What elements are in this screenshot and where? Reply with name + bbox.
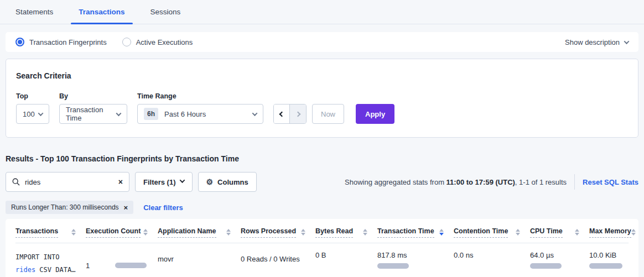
clear-filters-link[interactable]: Clear filters (143, 203, 183, 212)
sql-activity-tabbar: Statements Transactions Sessions (0, 0, 644, 24)
transaction-time-bar (377, 263, 409, 269)
sort-icon (143, 229, 148, 236)
execution-count-cell: 1 (86, 251, 158, 276)
contention-time-cell: 0.0 ns (454, 251, 530, 276)
sort-icon (516, 229, 520, 236)
transaction-details-link[interactable]: rides (15, 266, 35, 274)
radio-active-executions[interactable]: Active Executions (122, 38, 193, 46)
chevron-right-icon (295, 111, 301, 117)
application-name-cell: movr (158, 251, 241, 276)
show-description-toggle[interactable]: Show description (565, 38, 629, 46)
next-time-window-button[interactable] (290, 104, 306, 123)
aggregated-stats-text: Showing aggregated stats from 11:00 to 1… (345, 178, 567, 186)
gear-icon: ⚙ (206, 178, 214, 186)
show-description-label: Show description (565, 38, 620, 46)
time-window-nav (273, 104, 307, 124)
chevron-down-icon (38, 111, 44, 116)
transaction-time-cell: 817.8 ms (377, 251, 454, 276)
column-header-contention-time[interactable]: Contention Time (454, 227, 530, 238)
max-memory-cell: 10.0 KiB (589, 251, 630, 276)
radio-label: Transaction Fingerprints (29, 38, 107, 46)
remove-filter-icon[interactable]: × (124, 204, 128, 211)
radio-selected-icon (15, 38, 24, 46)
divider (574, 174, 575, 190)
columns-label: Columns (217, 178, 248, 186)
time-range-select[interactable]: 6h Past 6 Hours (137, 104, 263, 124)
column-header-bytes-read[interactable]: Bytes Read (315, 227, 377, 238)
search-criteria-title: Search Criteria (16, 71, 628, 80)
reset-sql-stats-link[interactable]: Reset SQL Stats (583, 178, 638, 186)
active-filters-row: Runs Longer Than: 300 milliseconds × Cle… (6, 201, 638, 214)
search-criteria-panel: Search Criteria Top 100 By Transaction T… (6, 59, 638, 138)
cpu-time-cell: 64.0 µs (530, 251, 589, 276)
time-range-value: Past 6 Hours (164, 110, 206, 118)
previous-time-window-button[interactable] (274, 104, 290, 123)
radio-unselected-icon (122, 38, 131, 46)
results-heading: Results - Top 100 Transaction Fingerprin… (6, 154, 638, 163)
apply-button[interactable]: Apply (356, 104, 394, 124)
search-icon (12, 178, 20, 186)
filters-button[interactable]: Filters (1) (135, 172, 193, 192)
tab-transactions[interactable]: Transactions (71, 8, 132, 24)
time-range-field: Time Range 6h Past 6 Hours (137, 92, 263, 124)
search-box: × (6, 172, 129, 192)
column-header-application-name[interactable]: Application Name (158, 227, 241, 238)
top-field: Top 100 (16, 92, 49, 124)
column-header-execution-count[interactable]: Execution Count (86, 227, 158, 238)
radio-label: Active Executions (136, 38, 193, 46)
search-input[interactable] (25, 178, 118, 186)
chevron-left-icon (279, 111, 284, 117)
stats-time-range: 11:00 to 17:59 (UTC) (446, 178, 515, 186)
chevron-down-icon (252, 111, 258, 116)
sort-icon (301, 229, 305, 236)
sort-icon (363, 229, 367, 236)
max-memory-bar (589, 263, 622, 269)
filter-chip-label: Runs Longer Than: 300 milliseconds (11, 203, 119, 211)
columns-button[interactable]: ⚙ Columns (198, 172, 257, 192)
table-row: IMPORT INTO rides CSV DATA… 1 movr 0 Rea… (15, 243, 629, 277)
cpu-time-bar (530, 263, 562, 269)
time-range-label: Time Range (137, 92, 263, 100)
column-header-cpu-time[interactable]: CPU Time (530, 227, 589, 238)
tab-statements[interactable]: Statements (8, 8, 61, 24)
bytes-read-cell: 0 B (315, 251, 377, 276)
filters-label: Filters (1) (143, 178, 176, 186)
sort-icon (575, 229, 579, 236)
chevron-down-icon (624, 39, 630, 44)
clear-search-icon[interactable]: × (118, 178, 123, 186)
results-controls-row: × Filters (1) ⚙ Columns Showing aggregat… (6, 172, 638, 192)
time-range-badge: 6h (144, 108, 158, 120)
column-header-rows-processed[interactable]: Rows Processed (241, 227, 315, 238)
column-header-max-memory[interactable]: Max Memory (589, 227, 644, 238)
by-field: By Transaction Time (59, 92, 127, 124)
sort-icon-active-desc (439, 229, 444, 236)
now-button[interactable]: Now (312, 104, 344, 124)
rows-processed-cell: 0 Reads / 0 Writes (241, 251, 315, 276)
by-select-value: Transaction Time (66, 106, 117, 122)
sort-icon (226, 229, 231, 236)
top-select-value: 100 (23, 110, 35, 118)
sort-icon (631, 229, 636, 236)
radio-transaction-fingerprints[interactable]: Transaction Fingerprints (15, 38, 107, 46)
top-select[interactable]: 100 (16, 104, 49, 124)
table-header-row: Transactions Execution Count Application… (15, 219, 629, 243)
tab-sessions[interactable]: Sessions (143, 8, 189, 24)
by-select[interactable]: Transaction Time (59, 104, 127, 124)
results-table: Transactions Execution Count Application… (6, 219, 638, 277)
view-toggle-bar: Transaction Fingerprints Active Executio… (6, 32, 638, 52)
sort-icon (71, 229, 76, 236)
filter-chip: Runs Longer Than: 300 milliseconds × (6, 201, 133, 214)
execution-count-bar (115, 263, 147, 268)
by-label: By (59, 92, 127, 100)
column-header-transactions[interactable]: Transactions (15, 227, 86, 238)
transaction-fingerprint-cell: IMPORT INTO rides CSV DATA… (15, 251, 86, 276)
column-header-transaction-time[interactable]: Transaction Time (377, 227, 454, 238)
top-label: Top (16, 92, 49, 100)
chevron-down-icon (179, 177, 185, 183)
